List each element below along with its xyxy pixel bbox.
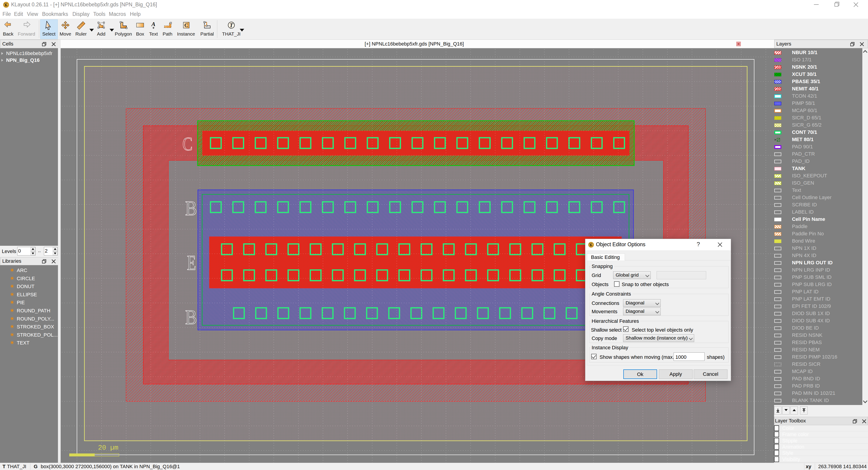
svg-text:A: A <box>151 21 155 27</box>
svg-text:20 µm: 20 µm <box>98 444 118 452</box>
svg-text:T: T <box>229 22 234 28</box>
svg-text:C: C <box>184 22 188 28</box>
